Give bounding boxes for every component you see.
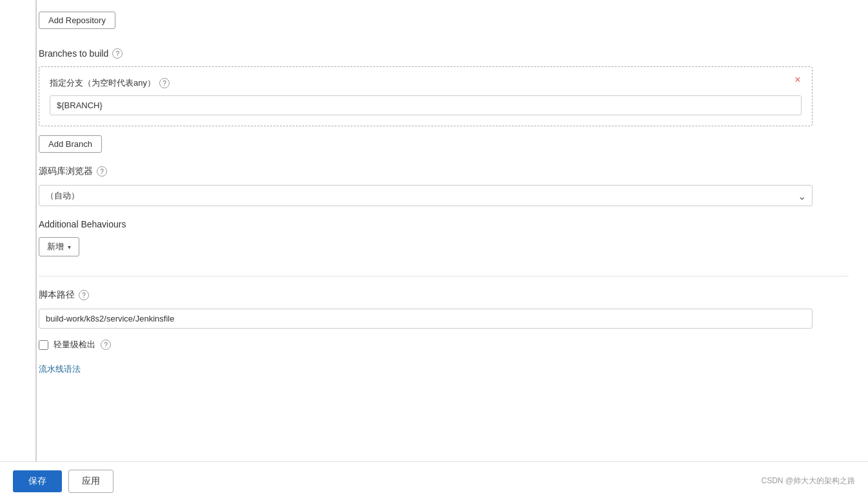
script-path-section: 脚本路径 ? bbox=[39, 289, 868, 329]
script-path-label: 脚本路径 bbox=[39, 289, 75, 301]
add-behaviour-label: 新增 bbox=[47, 241, 64, 253]
source-browser-label: 源码库浏览器 bbox=[39, 166, 93, 177]
script-path-label-row: 脚本路径 ? bbox=[39, 289, 868, 301]
branch-card-header: 指定分支（为空时代表any） ? bbox=[50, 77, 802, 89]
left-border bbox=[35, 0, 37, 461]
source-browser-select[interactable]: （自动） bbox=[39, 185, 813, 206]
pipeline-syntax-section: 流水线语法 bbox=[39, 363, 868, 375]
apply-button[interactable]: 应用 bbox=[68, 470, 113, 493]
lightweight-checkout-label: 轻量级检出 bbox=[54, 339, 95, 351]
add-branch-button[interactable]: Add Branch bbox=[39, 135, 102, 153]
script-path-help-icon[interactable]: ? bbox=[79, 290, 89, 300]
branch-card-close-button[interactable]: × bbox=[791, 73, 804, 86]
save-button[interactable]: 保存 bbox=[13, 470, 62, 492]
branch-specify-help-icon[interactable]: ? bbox=[159, 78, 170, 88]
page-wrapper: Add Repository Branches to build ? 指定分支（… bbox=[0, 0, 868, 500]
add-repository-section: Add Repository bbox=[39, 6, 868, 42]
dropdown-arrow-icon: ▾ bbox=[68, 244, 71, 251]
add-repository-button[interactable]: Add Repository bbox=[39, 12, 115, 29]
additional-behaviours-text: Additional Behaviours bbox=[39, 219, 126, 229]
credit-text: CSDN @帅大大的架构之路 bbox=[761, 476, 855, 486]
bottom-bar: 保存 应用 CSDN @帅大大的架构之路 bbox=[0, 461, 868, 500]
main-content: Add Repository Branches to build ? 指定分支（… bbox=[0, 0, 868, 500]
source-browser-help-icon[interactable]: ? bbox=[97, 166, 107, 177]
section-divider bbox=[39, 276, 849, 276]
lightweight-checkout-section: 轻量级检出 ? bbox=[39, 339, 868, 351]
branches-to-build-section: Branches to build ? 指定分支（为空时代表any） ? × A… bbox=[39, 48, 868, 153]
add-behaviour-button[interactable]: 新增 ▾ bbox=[39, 237, 79, 256]
branches-help-icon[interactable]: ? bbox=[112, 48, 123, 59]
lightweight-checkout-help-icon[interactable]: ? bbox=[101, 340, 111, 350]
lightweight-checkout-checkbox[interactable] bbox=[39, 340, 48, 350]
branch-specify-label: 指定分支（为空时代表any） bbox=[50, 77, 155, 89]
source-browser-label-row: 源码库浏览器 ? bbox=[39, 166, 868, 177]
script-path-input[interactable] bbox=[39, 309, 813, 329]
pipeline-syntax-link[interactable]: 流水线语法 bbox=[39, 364, 81, 374]
branch-card: 指定分支（为空时代表any） ? × bbox=[39, 66, 813, 126]
additional-behaviours-label: Additional Behaviours bbox=[39, 219, 868, 229]
branches-label: Branches to build bbox=[39, 48, 108, 59]
branches-label-row: Branches to build ? bbox=[39, 48, 868, 59]
source-browser-section: 源码库浏览器 ? （自动） ⌄ bbox=[39, 166, 868, 206]
branch-input[interactable] bbox=[50, 95, 802, 115]
source-browser-select-wrapper: （自动） ⌄ bbox=[39, 185, 813, 206]
additional-behaviours-section: Additional Behaviours 新增 ▾ bbox=[39, 219, 868, 256]
